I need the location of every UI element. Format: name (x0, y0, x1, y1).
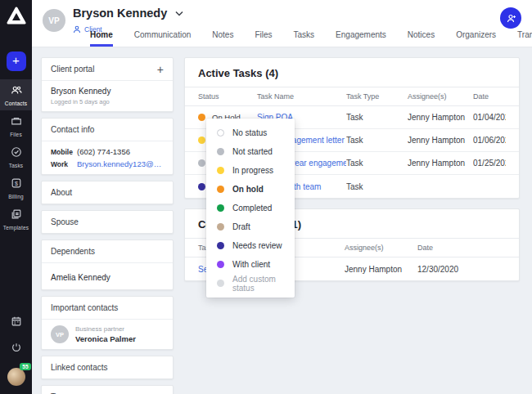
linked-contacts-card: Linked contacts (41, 356, 174, 379)
tab-engagements[interactable]: Engagements (336, 30, 386, 47)
global-add-button[interactable]: + (7, 51, 26, 71)
client-name: Bryson Kennedy (73, 7, 167, 20)
active-tasks-header-row: Status Task Name Task Type Assignee(s) D… (185, 87, 519, 106)
sidebar-item-billing[interactable]: $ Billing (0, 172, 32, 204)
important-contacts-card: Important contacts VP Business partner V… (41, 296, 174, 350)
menu-item-draft[interactable]: Draft (206, 217, 295, 236)
task-type: Task (346, 159, 408, 168)
menu-item-needs-review[interactable]: Needs review (206, 236, 295, 255)
status-dropdown-menu: No status Not started In progress On hol… (206, 119, 295, 298)
about-header[interactable]: About (42, 181, 173, 204)
col-date: Date (473, 92, 506, 101)
important-contacts-header[interactable]: Important contacts (42, 297, 173, 319)
section-title: Important contacts (51, 303, 118, 312)
task-assignee: Jenny Hampton (408, 159, 473, 168)
col-status: Status (198, 92, 257, 101)
user-avatar[interactable]: 55 (7, 368, 25, 386)
dependents-card: Dependents Amelia Kennedy (41, 240, 174, 290)
dependents-header[interactable]: Dependents (42, 240, 173, 262)
tags-header[interactable]: Tags (42, 386, 173, 394)
task-date: 12/30/2020 (417, 265, 506, 274)
sidebar-item-label: Contacts (5, 101, 27, 106)
billing-icon: $ (11, 177, 22, 192)
status-dot (217, 223, 224, 231)
tab-files[interactable]: Files (255, 30, 272, 47)
sidebar-item-templates[interactable]: Templates (0, 204, 32, 235)
contact-role: Business partner (75, 325, 136, 333)
contacts-icon (11, 84, 22, 99)
status-dot (217, 280, 224, 287)
col-assignees: Assignee(s) (345, 244, 417, 252)
app-window: + Contacts Files Tasks $ Billing Templat… (0, 0, 532, 394)
sidebar-item-label: Billing (8, 194, 24, 199)
section-title: Dependents (51, 247, 95, 256)
client-portal-user: Bryson Kennedy Logged in 5 days ago (42, 80, 173, 111)
col-assignees: Assignee(s) (408, 92, 473, 101)
tab-notices[interactable]: Notices (408, 30, 435, 47)
col-date: Date (417, 244, 506, 252)
menu-item-with-client[interactable]: With client (206, 255, 295, 274)
canopy-logo-icon (7, 7, 26, 25)
tab-transcripts[interactable]: Transcripts (517, 30, 532, 47)
calendar-icon[interactable] (11, 316, 22, 330)
app-sidebar: + Contacts Files Tasks $ Billing Templat… (0, 0, 32, 394)
client-tabs: Home Communication Notes Files Tasks Eng… (90, 30, 532, 47)
mobile-value: (602) 774-1356 (77, 147, 130, 156)
menu-item-add-custom-status[interactable]: Add custom status (206, 274, 295, 293)
task-date: 01/25/2021 (473, 159, 506, 168)
client-portal-header[interactable]: Client portal + (42, 58, 173, 80)
menu-item-no-status[interactable]: No status (206, 123, 295, 142)
tags-card: Tags (41, 385, 174, 394)
sidebar-item-files[interactable]: Files (0, 110, 32, 141)
task-type: Task (346, 182, 408, 191)
files-icon (11, 115, 22, 130)
status-dot (198, 114, 205, 121)
contact-info-header[interactable]: Contact info (42, 119, 173, 141)
task-type: Task (346, 136, 408, 145)
important-contact-row[interactable]: VP Business partner Veronica Palmer (42, 319, 173, 349)
client-portal-card: Client portal + Bryson Kennedy Logged in… (41, 57, 174, 112)
section-title: About (51, 188, 72, 197)
sidebar-item-contacts[interactable]: Contacts (0, 79, 32, 110)
tab-communication[interactable]: Communication (134, 30, 191, 47)
status-dot (198, 183, 205, 190)
menu-item-completed[interactable]: Completed (206, 199, 295, 217)
client-info-column: Client portal + Bryson Kennedy Logged in… (41, 57, 174, 394)
sidebar-item-tasks[interactable]: Tasks (0, 141, 32, 172)
section-title: Linked contacts (51, 363, 108, 372)
plus-icon[interactable]: + (157, 65, 164, 74)
menu-item-in-progress[interactable]: In progress (206, 161, 295, 180)
status-dot (217, 129, 224, 137)
chevron-down-icon[interactable] (175, 9, 183, 18)
tab-notes[interactable]: Notes (212, 30, 233, 47)
section-title: Client portal (51, 65, 94, 74)
dependent-row[interactable]: Amelia Kennedy (42, 262, 173, 289)
menu-item-not-started[interactable]: Not started (206, 142, 295, 161)
sidebar-bottom: 55 (7, 316, 25, 386)
task-date: 01/04/2021 (473, 113, 506, 122)
col-task-name: Task Name (257, 92, 346, 101)
svg-text:$: $ (15, 181, 18, 186)
contact-info-body: Mobile (602) 774-1356 Work Bryson.kenned… (42, 141, 173, 174)
linked-contacts-header[interactable]: Linked contacts (42, 356, 173, 378)
menu-item-on-hold[interactable]: On hold (206, 180, 295, 199)
history-icon[interactable] (11, 342, 22, 356)
tab-organizers[interactable]: Organizers (456, 30, 496, 47)
client-avatar: VP (43, 9, 65, 32)
status-dot (217, 261, 224, 268)
work-email-link[interactable]: Bryson.kennedy123@gmail.com (77, 159, 164, 168)
sidebar-item-label: Tasks (9, 163, 24, 168)
spouse-card: Spouse (41, 210, 174, 234)
notification-badge: 55 (20, 363, 30, 370)
templates-icon (11, 208, 22, 223)
tab-tasks[interactable]: Tasks (294, 30, 315, 47)
tab-home[interactable]: Home (90, 30, 113, 47)
spouse-header[interactable]: Spouse (42, 211, 173, 233)
client-header: VP Bryson Kennedy Client Home Communicat… (32, 0, 532, 47)
task-date: 01/06/2021 (473, 136, 506, 145)
add-person-button[interactable] (500, 7, 521, 29)
main-area: VP Bryson Kennedy Client Home Communicat… (32, 0, 532, 394)
contact-name: Veronica Palmer (75, 334, 136, 343)
contact-avatar: VP (51, 325, 69, 343)
status-dot (217, 204, 224, 212)
